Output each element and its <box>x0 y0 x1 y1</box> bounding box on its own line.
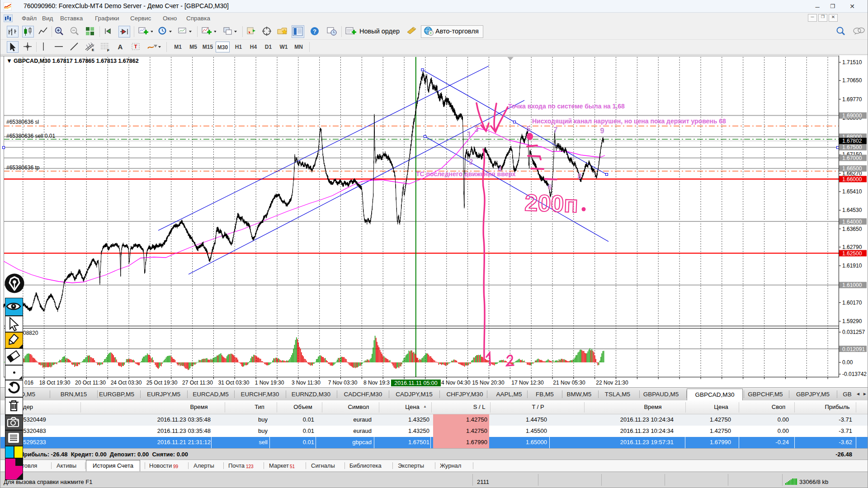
svg-text:7: 7 <box>554 126 558 134</box>
svg-text:1.71510: 1.71510 <box>842 59 862 66</box>
svg-text:20 Oct 11:30: 20 Oct 11:30 <box>75 380 106 386</box>
svg-text:F: F <box>107 48 109 52</box>
svg-text:T: T <box>134 44 137 49</box>
svg-text:0.00: 0.00 <box>842 359 853 366</box>
svg-text:1.64000: 1.64000 <box>842 219 862 225</box>
svg-text:Точка входа по системе была на: Точка входа по системе была на 1,68 <box>508 103 625 110</box>
svg-text:1.62790: 1.62790 <box>842 244 862 250</box>
svg-text:-0.013742: -0.013742 <box>842 371 867 377</box>
svg-text:24 Oct 03:30: 24 Oct 03:30 <box>111 380 142 386</box>
svg-text:22 Nov 21:30: 22 Nov 21:30 <box>596 380 628 386</box>
svg-text:1.67802: 1.67802 <box>842 138 862 144</box>
svg-text:1.66000: 1.66000 <box>842 176 862 183</box>
svg-text:15 Nov 20:30: 15 Nov 20:30 <box>472 380 505 386</box>
svg-text:?: ? <box>313 28 316 35</box>
svg-text:4: 4 <box>498 165 502 173</box>
svg-text:0.031257: 0.031257 <box>842 329 865 335</box>
svg-text:3: 3 <box>475 126 479 133</box>
svg-text:1.59290: 1.59290 <box>842 318 862 324</box>
svg-text:1.62500: 1.62500 <box>842 250 862 257</box>
svg-text:25 Oct 19:30: 25 Oct 19:30 <box>146 380 178 386</box>
svg-text:1.69770: 1.69770 <box>842 96 862 103</box>
svg-text:1.66500: 1.66500 <box>842 165 862 172</box>
svg-text:#65380636 tp: #65380636 tp <box>6 164 40 171</box>
svg-text:2: 2 <box>469 158 473 166</box>
svg-text:GBPCAD,M30 1.67817 1.67865 1.: GBPCAD,M30 1.67817 1.67865 1.67813 1.678… <box>14 58 139 64</box>
svg-text:1.67500: 1.67500 <box>842 144 862 150</box>
svg-text:1.67000: 1.67000 <box>842 155 862 161</box>
svg-text:2016.11.11 05:00: 2016.11.11 05:00 <box>394 380 438 386</box>
svg-text:E: E <box>92 48 94 52</box>
svg-text:1.70650: 1.70650 <box>842 77 862 84</box>
svg-text:1.64530: 1.64530 <box>842 207 862 213</box>
svg-text:8: 8 <box>578 173 582 180</box>
svg-text:#65380636 sell 0.01: #65380636 sell 0.01 <box>6 133 55 139</box>
svg-text:1 Nov 19:30: 1 Nov 19:30 <box>255 380 284 386</box>
svg-text:27 Oct 11:30: 27 Oct 11:30 <box>182 380 213 386</box>
svg-text:1.60170: 1.60170 <box>842 300 862 306</box>
svg-text:9: 9 <box>600 127 604 135</box>
svg-text:1.61000: 1.61000 <box>842 282 862 288</box>
svg-text:#65380636 sl: #65380636 sl <box>6 119 39 125</box>
svg-text:1.65410: 1.65410 <box>842 188 862 195</box>
svg-text:1.61910: 1.61910 <box>842 263 862 269</box>
svg-text:Нисходящий канал нарушен, но ц: Нисходящий канал нарушен, но цена пока д… <box>532 117 726 125</box>
svg-text:18 Oct 19:30: 18 Oct 19:30 <box>39 380 71 386</box>
svg-text:21 Nov 05:30: 21 Nov 05:30 <box>553 380 585 386</box>
svg-text:0.012091: 0.012091 <box>842 346 865 352</box>
svg-text:8 Nov 19:3: 8 Nov 19:3 <box>363 380 390 386</box>
svg-text:31 Oct 03:30: 31 Oct 03:30 <box>218 380 250 386</box>
svg-text:7 Nov 03:30: 7 Nov 03:30 <box>328 380 358 386</box>
svg-text:A: A <box>118 43 123 51</box>
svg-text:4 Nov 04:30: 4 Nov 04:30 <box>441 380 471 386</box>
svg-text:1.69000: 1.69000 <box>842 113 862 119</box>
svg-text:17 Nov 12:30: 17 Nov 12:30 <box>511 380 544 386</box>
svg-text:1.63650: 1.63650 <box>842 226 862 232</box>
svg-text:▼: ▼ <box>6 57 12 64</box>
svg-text:3 Nov 11:30: 3 Nov 11:30 <box>292 380 321 386</box>
svg-text:200п: 200п <box>524 189 579 217</box>
svg-text:1: 1 <box>467 131 472 138</box>
svg-text:5: 5 <box>527 125 531 133</box>
